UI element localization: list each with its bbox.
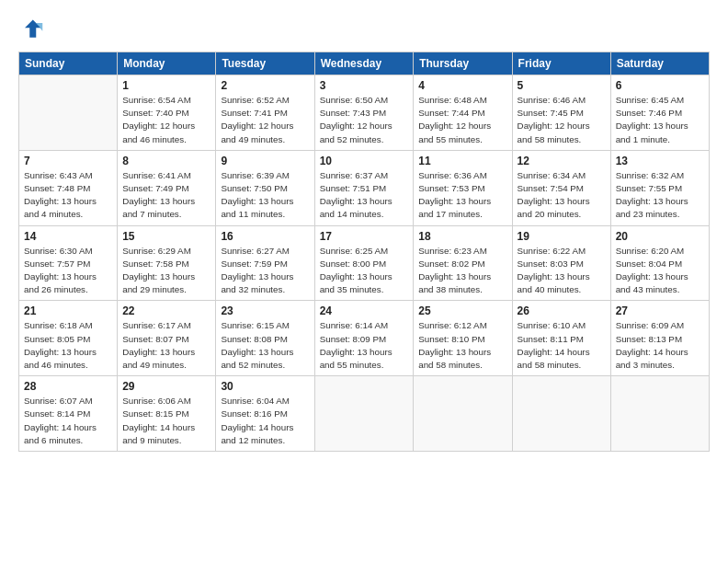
day-info: Sunrise: 6:15 AMSunset: 8:08 PMDaylight:…	[221, 319, 309, 372]
day-cell: 24Sunrise: 6:14 AMSunset: 8:09 PMDayligh…	[314, 301, 414, 376]
day-info: Sunrise: 6:29 AMSunset: 7:58 PMDaylight:…	[122, 245, 210, 297]
day-cell: 29Sunrise: 6:06 AMSunset: 8:15 PMDayligh…	[118, 376, 216, 452]
day-number: 27	[616, 304, 704, 317]
day-number: 3	[320, 79, 409, 92]
day-info: Sunrise: 6:50 AMSunset: 7:43 PMDaylight:…	[320, 94, 409, 146]
day-cell: 15Sunrise: 6:29 AMSunset: 7:58 PMDayligh…	[118, 225, 216, 301]
day-cell: 7Sunrise: 6:43 AMSunset: 7:48 PMDaylight…	[19, 150, 118, 225]
day-cell	[610, 376, 709, 452]
weekday-header-sunday: Sunday	[19, 52, 118, 75]
day-number: 2	[221, 79, 309, 92]
day-cell: 21Sunrise: 6:18 AMSunset: 8:05 PMDayligh…	[19, 301, 118, 376]
weekday-header-saturday: Saturday	[610, 52, 709, 75]
day-number: 6	[616, 79, 704, 92]
day-cell	[512, 376, 610, 452]
calendar-table: SundayMondayTuesdayWednesdayThursdayFrid…	[18, 52, 710, 452]
day-info: Sunrise: 6:32 AMSunset: 7:55 PMDaylight:…	[616, 169, 704, 222]
day-cell: 11Sunrise: 6:36 AMSunset: 7:53 PMDayligh…	[414, 150, 512, 225]
day-cell: 13Sunrise: 6:32 AMSunset: 7:55 PMDayligh…	[610, 150, 709, 225]
logo-icon	[18, 17, 44, 42]
day-number: 24	[320, 304, 409, 317]
day-number: 9	[221, 155, 309, 167]
day-number: 23	[221, 304, 309, 317]
day-cell: 27Sunrise: 6:09 AMSunset: 8:13 PMDayligh…	[610, 301, 709, 376]
day-info: Sunrise: 6:20 AMSunset: 8:04 PMDaylight:…	[616, 245, 704, 297]
week-row-5: 28Sunrise: 6:07 AMSunset: 8:14 PMDayligh…	[19, 376, 710, 452]
day-number: 15	[122, 230, 210, 243]
header	[18, 17, 710, 42]
day-cell: 4Sunrise: 6:48 AMSunset: 7:44 PMDaylight…	[414, 75, 512, 151]
day-number: 8	[122, 155, 210, 167]
day-info: Sunrise: 6:18 AMSunset: 8:05 PMDaylight:…	[24, 319, 112, 372]
week-row-2: 7Sunrise: 6:43 AMSunset: 7:48 PMDaylight…	[19, 150, 710, 225]
day-cell: 18Sunrise: 6:23 AMSunset: 8:02 PMDayligh…	[414, 225, 512, 301]
day-cell: 10Sunrise: 6:37 AMSunset: 7:51 PMDayligh…	[314, 150, 414, 225]
day-number: 4	[418, 79, 506, 92]
week-row-1: 1Sunrise: 6:54 AMSunset: 7:40 PMDaylight…	[19, 75, 710, 151]
weekday-header-monday: Monday	[118, 52, 216, 75]
day-cell: 3Sunrise: 6:50 AMSunset: 7:43 PMDaylight…	[314, 75, 414, 151]
day-cell: 12Sunrise: 6:34 AMSunset: 7:54 PMDayligh…	[512, 150, 610, 225]
day-info: Sunrise: 6:48 AMSunset: 7:44 PMDaylight:…	[418, 94, 506, 146]
day-number: 29	[122, 380, 210, 393]
day-info: Sunrise: 6:37 AMSunset: 7:51 PMDaylight:…	[320, 169, 409, 222]
day-info: Sunrise: 6:45 AMSunset: 7:46 PMDaylight:…	[616, 94, 704, 146]
day-info: Sunrise: 6:27 AMSunset: 7:59 PMDaylight:…	[221, 245, 309, 297]
day-info: Sunrise: 6:22 AMSunset: 8:03 PMDaylight:…	[518, 245, 606, 297]
weekday-header-row: SundayMondayTuesdayWednesdayThursdayFrid…	[19, 52, 710, 75]
day-cell: 19Sunrise: 6:22 AMSunset: 8:03 PMDayligh…	[512, 225, 610, 301]
day-info: Sunrise: 6:07 AMSunset: 8:14 PMDaylight:…	[24, 395, 112, 447]
day-number: 16	[221, 230, 309, 243]
day-cell: 28Sunrise: 6:07 AMSunset: 8:14 PMDayligh…	[19, 376, 118, 452]
day-cell: 8Sunrise: 6:41 AMSunset: 7:49 PMDaylight…	[118, 150, 216, 225]
day-info: Sunrise: 6:34 AMSunset: 7:54 PMDaylight:…	[518, 169, 606, 222]
day-cell	[414, 376, 512, 452]
day-cell: 1Sunrise: 6:54 AMSunset: 7:40 PMDaylight…	[118, 75, 216, 151]
day-info: Sunrise: 6:10 AMSunset: 8:11 PMDaylight:…	[518, 319, 606, 372]
day-number: 19	[518, 230, 606, 243]
day-info: Sunrise: 6:12 AMSunset: 8:10 PMDaylight:…	[418, 319, 506, 372]
day-info: Sunrise: 6:30 AMSunset: 7:57 PMDaylight:…	[24, 245, 112, 297]
weekday-header-wednesday: Wednesday	[314, 52, 414, 75]
day-info: Sunrise: 6:17 AMSunset: 8:07 PMDaylight:…	[122, 319, 210, 372]
day-info: Sunrise: 6:46 AMSunset: 7:45 PMDaylight:…	[518, 94, 606, 146]
day-cell: 6Sunrise: 6:45 AMSunset: 7:46 PMDaylight…	[610, 75, 709, 151]
day-number: 18	[418, 230, 506, 243]
day-number: 10	[320, 155, 409, 167]
day-info: Sunrise: 6:09 AMSunset: 8:13 PMDaylight:…	[616, 319, 704, 372]
day-cell: 5Sunrise: 6:46 AMSunset: 7:45 PMDaylight…	[512, 75, 610, 151]
week-row-3: 14Sunrise: 6:30 AMSunset: 7:57 PMDayligh…	[19, 225, 710, 301]
day-number: 26	[518, 304, 606, 317]
day-info: Sunrise: 6:39 AMSunset: 7:50 PMDaylight:…	[221, 169, 309, 222]
day-cell: 26Sunrise: 6:10 AMSunset: 8:11 PMDayligh…	[512, 301, 610, 376]
day-number: 22	[122, 304, 210, 317]
day-number: 30	[221, 380, 309, 393]
day-info: Sunrise: 6:14 AMSunset: 8:09 PMDaylight:…	[320, 319, 409, 372]
day-info: Sunrise: 6:43 AMSunset: 7:48 PMDaylight:…	[24, 169, 112, 222]
day-cell: 14Sunrise: 6:30 AMSunset: 7:57 PMDayligh…	[19, 225, 118, 301]
day-cell	[314, 376, 414, 452]
day-number: 21	[24, 304, 112, 317]
day-number: 7	[24, 155, 112, 167]
day-info: Sunrise: 6:04 AMSunset: 8:16 PMDaylight:…	[221, 395, 309, 447]
logo	[18, 17, 48, 42]
day-cell: 2Sunrise: 6:52 AMSunset: 7:41 PMDaylight…	[216, 75, 314, 151]
day-number: 25	[418, 304, 506, 317]
day-number: 17	[320, 230, 409, 243]
day-number: 12	[518, 155, 606, 167]
weekday-header-thursday: Thursday	[414, 52, 512, 75]
day-cell: 23Sunrise: 6:15 AMSunset: 8:08 PMDayligh…	[216, 301, 314, 376]
day-number: 28	[24, 380, 112, 393]
day-cell: 30Sunrise: 6:04 AMSunset: 8:16 PMDayligh…	[216, 376, 314, 452]
day-cell: 17Sunrise: 6:25 AMSunset: 8:00 PMDayligh…	[314, 225, 414, 301]
day-cell: 9Sunrise: 6:39 AMSunset: 7:50 PMDaylight…	[216, 150, 314, 225]
day-number: 13	[616, 155, 704, 167]
day-info: Sunrise: 6:06 AMSunset: 8:15 PMDaylight:…	[122, 395, 210, 447]
day-number: 5	[518, 79, 606, 92]
day-info: Sunrise: 6:23 AMSunset: 8:02 PMDaylight:…	[418, 245, 506, 297]
day-info: Sunrise: 6:36 AMSunset: 7:53 PMDaylight:…	[418, 169, 506, 222]
day-info: Sunrise: 6:41 AMSunset: 7:49 PMDaylight:…	[122, 169, 210, 222]
day-number: 1	[122, 79, 210, 92]
day-cell: 25Sunrise: 6:12 AMSunset: 8:10 PMDayligh…	[414, 301, 512, 376]
week-row-4: 21Sunrise: 6:18 AMSunset: 8:05 PMDayligh…	[19, 301, 710, 376]
